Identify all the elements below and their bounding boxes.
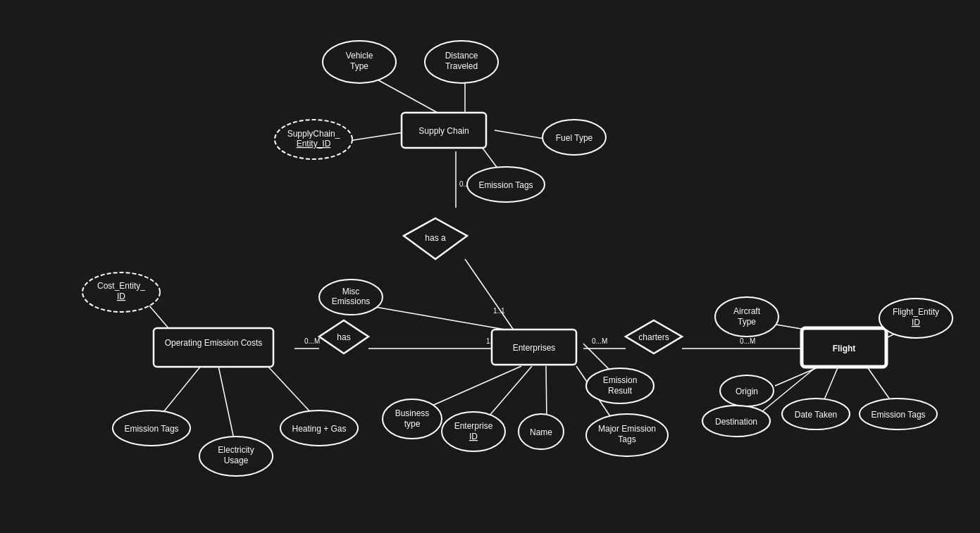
svg-line-32 [867, 366, 891, 401]
svg-text:1..1: 1..1 [493, 307, 505, 315]
svg-line-17 [371, 306, 513, 331]
enterprise-id-label2: ID [469, 432, 478, 441]
has-a-label: has a [425, 233, 446, 243]
misc-emissions-label2: Emissions [332, 296, 371, 306]
operating-emission-costs-label: Operating Emission Costs [165, 338, 263, 348]
electricity-usage-label: Electricity [218, 445, 254, 455]
aircraft-type-label2: Type [738, 317, 756, 327]
vehicle-type-label2: Type [350, 61, 368, 71]
aircraft-type-label: Aircraft [733, 306, 761, 316]
svg-text:0...M: 0...M [740, 337, 755, 345]
distance-traveled-label: Distance [445, 51, 478, 61]
distance-traveled-label2: Traveled [445, 61, 478, 71]
enterprises-label: Enterprises [513, 343, 556, 353]
date-taken-label: Date Taken [795, 410, 838, 420]
svg-line-20 [546, 366, 547, 421]
name-label: Name [530, 427, 552, 437]
origin-label: Origin [736, 387, 758, 396]
business-type-label: Business [395, 408, 430, 418]
enterprise-id-label: Enterprise [454, 421, 493, 431]
major-emission-tags-label2: Tags [618, 434, 635, 444]
svg-line-31 [823, 366, 838, 403]
cost-entity-id-label2: ID [117, 291, 125, 301]
svg-text:0...M: 0...M [304, 337, 320, 345]
svg-line-7 [465, 259, 514, 331]
electricity-usage-label2: Usage [224, 456, 249, 465]
vehicle-type-label: Vehicle [346, 51, 373, 61]
emission-result-label: Emission [603, 375, 638, 385]
svg-text:0...M: 0...M [592, 337, 607, 345]
svg-line-23 [218, 366, 235, 442]
flight-label: Flight [833, 344, 856, 353]
emission-result-label2: Result [608, 386, 633, 396]
major-emission-tags-label: Major Emission [598, 424, 656, 434]
svg-line-19 [485, 366, 532, 421]
cost-entity-id-label: Cost_Entity_ [97, 281, 145, 291]
svg-line-22 [161, 366, 201, 415]
supply-chain-entity-id-label: SupplyChain_ [287, 129, 340, 139]
fuel-type-label: Fuel Type [556, 133, 593, 143]
has-label: has [337, 332, 350, 342]
svg-line-0 [373, 77, 444, 116]
flight-entity-id-label: Flight_Entity [893, 307, 939, 317]
heating-gas-label: Heating + Gas [292, 424, 346, 434]
destination-label: Destination [715, 417, 757, 427]
flight-entity-id-label2: ID [912, 318, 920, 327]
supply-chain-entity-id-label2: Entity_ID [297, 139, 331, 149]
emission-tags-flight-label: Emission Tags [871, 410, 925, 420]
er-diagram: text { font-family: 'Segoe UI', Arial, s… [0, 0, 980, 533]
misc-emissions-label: Misc [342, 287, 360, 296]
supply-chain-label: Supply Chain [418, 126, 469, 136]
emission-tags-sc-label: Emission Tags [478, 180, 533, 190]
charters-label: charters [638, 332, 669, 342]
emission-tags-oec-label: Emission Tags [124, 424, 178, 434]
svg-line-24 [268, 366, 314, 415]
business-type-label2: type [404, 419, 421, 429]
svg-line-18 [423, 366, 521, 410]
